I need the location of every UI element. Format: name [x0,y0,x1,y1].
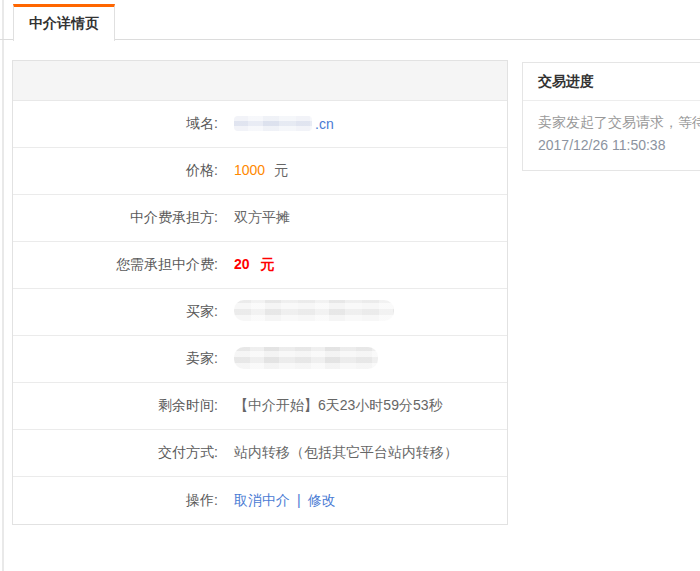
transaction-progress-panel: 交易进度 卖家发起了交易请求，等待 2017/12/26 11:50:38 [522,62,700,171]
action-separator: | [297,492,301,508]
detail-row-domain: 域名: .cn [13,101,507,148]
price-amount: 1000 [234,162,265,178]
intermediary-detail-table: 域名: .cn 价格: 1000元 中介费承担方: 双方平摊 您需承担中介费: … [12,60,508,525]
tab-intermediary-detail[interactable]: 中介详情页 [13,4,115,41]
detail-row-buyer: 买家: [13,289,507,336]
delivery-method-value: 站内转移（包括其它平台站内转移） [218,444,458,462]
page-left-divider [2,0,4,571]
detail-row-fee-bearer: 中介费承担方: 双方平摊 [13,195,507,242]
your-fee-unit: 元 [261,256,275,272]
tab-label: 中介详情页 [29,15,99,31]
seller-value [218,347,378,372]
buyer-label: 买家: [13,303,218,321]
progress-panel-body: 卖家发起了交易请求，等待 2017/12/26 11:50:38 [523,101,700,170]
domain-suffix-link[interactable]: .cn [315,116,334,132]
your-fee-label: 您需承担中介费: [13,256,218,274]
progress-panel-title: 交易进度 [523,63,700,101]
progress-timestamp: 2017/12/26 11:50:38 [538,134,700,157]
redacted-seller-name [234,347,378,369]
your-fee-amount: 20 [234,256,250,272]
domain-value: .cn [218,116,334,132]
buyer-value [218,300,394,324]
price-unit: 元 [274,162,288,178]
table-header-band [13,61,507,101]
redacted-buyer-name [234,300,394,321]
modify-link[interactable]: 修改 [308,492,336,508]
remaining-time-label: 剩余时间: [13,397,218,415]
progress-message: 卖家发起了交易请求，等待 [538,111,700,134]
cancel-intermediary-link[interactable]: 取消中介 [234,492,290,508]
detail-row-delivery-method: 交付方式: 站内转移（包括其它平台站内转移） [13,430,507,477]
price-label: 价格: [13,162,218,180]
domain-label: 域名: [13,115,218,133]
detail-row-remaining-time: 剩余时间: 【中介开始】6天23小时59分53秒 [13,383,507,430]
detail-row-price: 价格: 1000元 [13,148,507,195]
delivery-method-label: 交付方式: [13,444,218,462]
redacted-domain-name [234,116,312,131]
fee-bearer-value: 双方平摊 [218,209,290,227]
detail-row-seller: 卖家: [13,336,507,383]
fee-bearer-label: 中介费承担方: [13,209,218,227]
actions-value: 取消中介|修改 [218,492,336,510]
remaining-time-value: 【中介开始】6天23小时59分53秒 [218,397,443,415]
detail-row-your-fee: 您需承担中介费: 20元 [13,242,507,289]
price-value: 1000元 [218,162,288,180]
seller-label: 卖家: [13,350,218,368]
detail-row-actions: 操作: 取消中介|修改 [13,477,507,524]
actions-label: 操作: [13,492,218,510]
tab-bar: 中介详情页 [0,0,700,40]
your-fee-value: 20元 [218,256,275,274]
